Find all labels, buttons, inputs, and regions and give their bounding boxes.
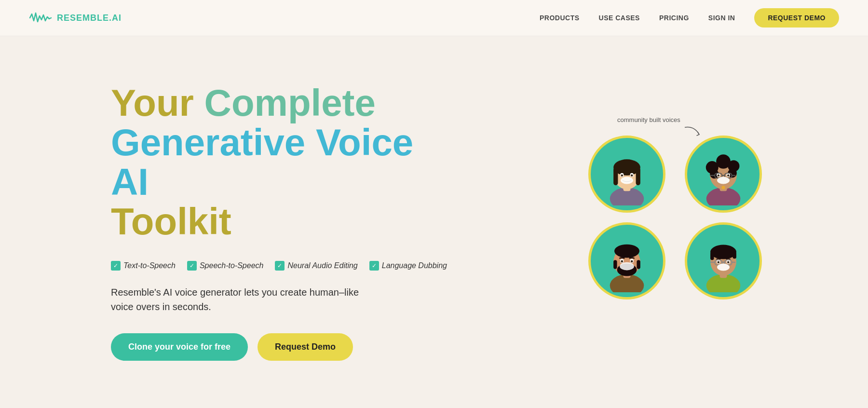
avatar-4[interactable] — [685, 222, 762, 299]
hero-avatars: community built voices — [588, 121, 772, 324]
logo-wave-icon — [29, 11, 52, 25]
nav-use-cases[interactable]: USE CASES — [599, 14, 640, 22]
check-icon-nae: ✓ — [275, 261, 285, 271]
avatar-2-illustration — [697, 143, 750, 205]
hero-title: Your Complete Generative Voice AI Toolki… — [111, 83, 448, 242]
svg-point-57 — [717, 263, 730, 271]
avatar-1-illustration — [600, 143, 653, 205]
svg-rect-36 — [637, 260, 640, 269]
svg-point-29 — [721, 186, 725, 189]
svg-rect-46 — [710, 252, 714, 260]
feature-sts-label: Speech-to-Speech — [200, 261, 264, 270]
avatar-3-illustration — [600, 230, 653, 292]
svg-point-28 — [717, 177, 730, 184]
svg-rect-4 — [613, 167, 618, 185]
feature-tts-label: Text-to-Speech — [123, 261, 176, 270]
svg-rect-35 — [613, 260, 617, 269]
hero-buttons: Clone your voice for free Request Demo — [111, 333, 448, 361]
request-demo-button[interactable]: Request Demo — [258, 333, 353, 361]
feature-ld-label: Language Dubbing — [382, 261, 447, 270]
svg-rect-5 — [636, 167, 640, 185]
avatar-3[interactable] — [588, 222, 665, 299]
svg-point-41 — [620, 262, 634, 270]
nav-request-demo-button[interactable]: REQUEST DEMO — [754, 8, 839, 27]
nav-pricing[interactable]: PRICING — [659, 14, 689, 22]
community-label: community built voices — [617, 116, 680, 123]
check-icon-tts: ✓ — [111, 261, 121, 271]
features-row: ✓ Text-to-Speech ✓ Speech-to-Speech ✓ Ne… — [111, 261, 448, 271]
nav-sign-in[interactable]: SIGN IN — [708, 14, 735, 22]
hero-title-line3: Toolkit — [111, 200, 231, 243]
check-icon-ld: ✓ — [369, 261, 379, 271]
svg-point-22 — [727, 174, 730, 177]
hero-description: Resemble's AI voice generator lets you c… — [111, 285, 381, 314]
svg-point-45 — [710, 245, 736, 259]
hero-left: Your Complete Generative Voice AI Toolki… — [111, 83, 448, 361]
hero-section: Your Complete Generative Voice AI Toolki… — [0, 36, 868, 408]
logo-text: RESEMBLE.AI — [57, 13, 122, 23]
nav-products[interactable]: PRODUCTS — [540, 14, 580, 22]
hero-title-line2: Generative Voice AI — [111, 121, 413, 203]
svg-point-8 — [621, 174, 623, 177]
svg-point-50 — [717, 261, 719, 263]
navbar: RESEMBLE.AI PRODUCTS USE CASES PRICING S… — [0, 0, 868, 36]
feature-ld: ✓ Language Dubbing — [369, 261, 447, 271]
feature-sts: ✓ Speech-to-Speech — [187, 261, 264, 271]
check-icon-sts: ✓ — [187, 261, 197, 271]
svg-point-39 — [621, 260, 623, 262]
avatar-4-illustration — [697, 230, 750, 292]
avatar-grid — [588, 136, 772, 299]
logo[interactable]: RESEMBLE.AI — [29, 11, 122, 25]
hero-title-line1: Your Complete — [111, 82, 376, 124]
feature-tts: ✓ Text-to-Speech — [111, 261, 176, 271]
svg-point-9 — [631, 174, 633, 177]
clone-voice-button[interactable]: Clone your voice for free — [111, 333, 248, 361]
avatar-2[interactable] — [685, 136, 762, 213]
svg-point-51 — [727, 261, 730, 263]
svg-rect-47 — [733, 252, 736, 258]
feature-nae-label: Neural Audio Editing — [287, 261, 357, 270]
svg-point-33 — [614, 244, 639, 258]
nav-links: PRODUCTS USE CASES PRICING SIGN IN REQUE… — [540, 8, 839, 27]
svg-point-21 — [717, 174, 719, 177]
svg-point-40 — [631, 260, 633, 262]
avatar-1[interactable] — [588, 136, 665, 213]
feature-nae: ✓ Neural Audio Editing — [275, 261, 357, 271]
